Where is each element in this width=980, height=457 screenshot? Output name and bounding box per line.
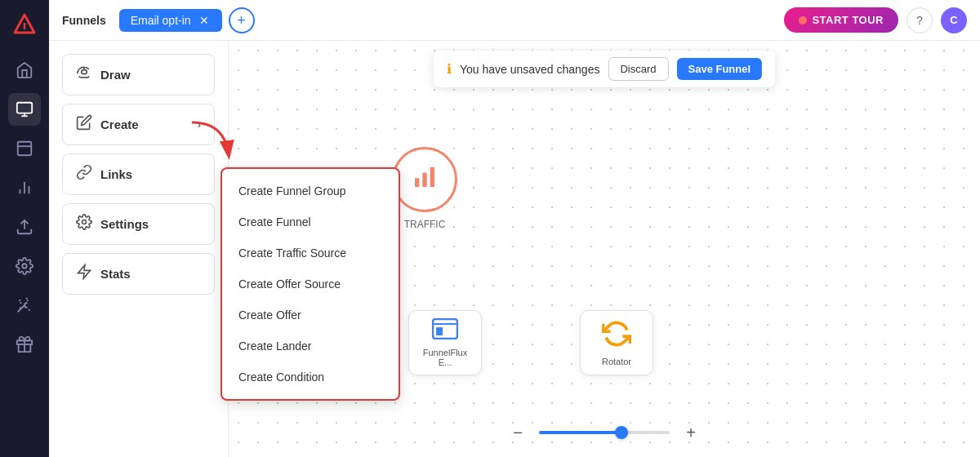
rotator-icon (602, 319, 631, 352)
help-label: ? (916, 14, 923, 27)
funnelflux-label: FunnelFlux E... (416, 348, 474, 367)
rotator-node[interactable]: Rotator (580, 310, 653, 375)
zoom-track (539, 431, 617, 434)
settings-button[interactable]: Settings (62, 203, 215, 245)
traffic-circle (392, 147, 457, 212)
tab-close-button[interactable]: ✕ (198, 15, 211, 26)
nav-gear[interactable] (8, 250, 41, 282)
svg-point-15 (82, 220, 87, 224)
funnelflux-box: FunnelFlux E... (408, 310, 482, 375)
dropdown-item-lander[interactable]: Create Lander (222, 331, 399, 362)
funnelflux-node[interactable]: FunnelFlux E... (408, 310, 482, 375)
nav-upload[interactable] (8, 211, 41, 243)
draw-label: Draw (100, 68, 131, 82)
svg-rect-20 (430, 167, 434, 187)
avatar-label: C (950, 14, 957, 26)
draw-button[interactable]: Draw (62, 54, 215, 95)
svg-line-12 (18, 304, 25, 312)
warning-icon: ℹ (447, 61, 452, 77)
active-tab[interactable]: Email opt-in ✕ (119, 9, 222, 32)
help-button[interactable]: ? (906, 7, 933, 33)
top-bar: Funnels Email opt-in ✕ + START TOUR ? C (49, 0, 980, 41)
start-tour-button[interactable]: START TOUR (784, 7, 898, 33)
tab-name: Email opt-in (131, 14, 191, 27)
svg-marker-16 (78, 265, 91, 279)
funnelflux-icon (432, 318, 458, 343)
create-dropdown: Create Funnel Group Create Funnel Create… (220, 167, 400, 401)
link-icon (76, 164, 92, 184)
discard-button[interactable]: Discard (608, 57, 668, 81)
traffic-label: TRAFFIC (404, 219, 446, 230)
tour-dot (799, 16, 807, 24)
rotator-box: Rotator (580, 310, 653, 375)
zoom-thumb[interactable] (615, 426, 628, 439)
svg-point-11 (22, 264, 27, 268)
svg-rect-5 (18, 142, 32, 156)
svg-rect-18 (415, 178, 419, 187)
traffic-icon (412, 164, 438, 196)
stats-icon (76, 264, 92, 284)
tool-panel: Draw Create › Links Settings (49, 41, 229, 457)
links-button[interactable]: Links (62, 153, 215, 195)
dropdown-item-condition[interactable]: Create Condition (222, 362, 399, 393)
nav-home[interactable] (8, 54, 41, 87)
icon-sidebar (0, 0, 49, 457)
nav-chart[interactable] (8, 171, 41, 204)
stats-button[interactable]: Stats (62, 253, 215, 295)
zoom-out-button[interactable]: − (506, 421, 529, 444)
traffic-node[interactable]: TRAFFIC (392, 147, 457, 230)
nav-monitor[interactable] (8, 93, 41, 126)
svg-rect-2 (17, 103, 32, 113)
zoom-bar: − + (506, 421, 702, 444)
paint-icon (76, 64, 92, 85)
svg-rect-23 (436, 327, 443, 335)
nav-window[interactable] (8, 132, 41, 165)
dropdown-item-offer[interactable]: Create Offer (222, 299, 399, 331)
start-tour-label: START TOUR (812, 14, 884, 26)
create-arrow: › (198, 119, 201, 131)
main-panel: Funnels Email opt-in ✕ + START TOUR ? C (49, 0, 980, 457)
dropdown-item-offer-source[interactable]: Create Offer Source (222, 268, 399, 299)
links-label: Links (100, 167, 132, 181)
zoom-in-button[interactable]: + (679, 421, 702, 444)
add-tab-button[interactable]: + (229, 7, 255, 33)
edit-icon (76, 114, 92, 135)
settings-icon (76, 214, 92, 234)
dropdown-item-funnel-group[interactable]: Create Funnel Group (222, 175, 399, 206)
save-funnel-button[interactable]: Save Funnel (677, 58, 763, 80)
rotator-label: Rotator (602, 357, 631, 366)
settings-label: Settings (100, 217, 149, 231)
stats-label: Stats (100, 267, 131, 281)
content-area: Draw Create › Links Settings (49, 41, 980, 457)
svg-rect-19 (422, 172, 426, 186)
dropdown-item-funnel[interactable]: Create Funnel (222, 206, 399, 237)
app-logo[interactable] (8, 8, 41, 41)
dropdown-item-traffic-source[interactable]: Create Traffic Source (222, 237, 399, 268)
nav-gift[interactable] (8, 328, 41, 361)
funnels-label: Funnels (62, 14, 106, 27)
unsaved-message: You have unsaved changes (460, 63, 600, 76)
avatar-button[interactable]: C (941, 7, 967, 33)
top-bar-right: START TOUR ? C (784, 7, 967, 33)
create-label: Create (100, 118, 139, 131)
nav-wand[interactable] (8, 289, 41, 322)
create-button[interactable]: Create › (62, 104, 215, 145)
zoom-slider[interactable] (539, 431, 670, 434)
unsaved-changes-bar: ℹ You have unsaved changes Discard Save … (434, 51, 775, 87)
